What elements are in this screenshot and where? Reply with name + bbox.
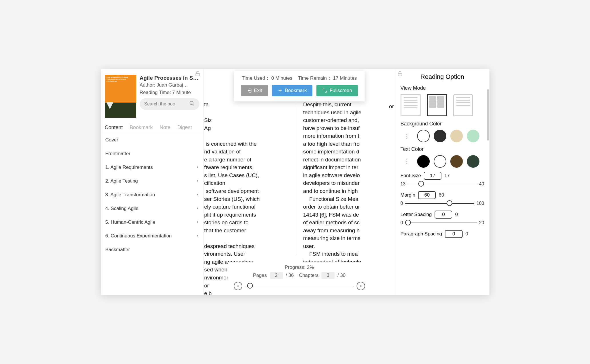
toc-item[interactable]: Frontmatter <box>101 147 203 161</box>
font-size-echo: 17 <box>444 173 450 179</box>
toc-item[interactable]: Cover <box>101 133 203 147</box>
reader-area: ta Siz Ag is concerned with the nd valid… <box>204 69 395 295</box>
sidebar-tabs: Content Bookmark Note Digest <box>101 121 203 133</box>
view-mode-single[interactable] <box>401 94 421 116</box>
font-size-label: Font Size <box>401 173 421 179</box>
options-title: Reading Option <box>401 73 484 81</box>
toc-item[interactable]: 3. Agile Transformation <box>101 188 203 202</box>
view-mode-double[interactable] <box>427 94 447 116</box>
more-text-colors[interactable]: ⋮ <box>401 155 413 168</box>
progress-slider[interactable] <box>245 286 354 286</box>
svg-line-2 <box>193 104 194 106</box>
bookmark-button[interactable]: Bookmark <box>272 85 313 96</box>
para-spacing-input[interactable] <box>445 230 463 238</box>
toc-item[interactable]: 5. Human-Centric Agile <box>101 215 203 229</box>
tab-bookmark[interactable]: Bookmark <box>130 125 153 131</box>
scrollbar[interactable] <box>487 89 489 141</box>
book-title: Agile Processes in S… <box>140 75 199 81</box>
pages-label: Pages <box>253 273 267 278</box>
bg-swatch[interactable] <box>434 130 446 142</box>
text-swatch[interactable] <box>434 155 446 168</box>
sidebar: Agile Processes in Software Engineering … <box>101 69 204 295</box>
book-info: Agile Processes in Software Engineering … <box>101 72 203 121</box>
chevron-left-icon <box>236 284 240 288</box>
exit-icon <box>247 88 252 93</box>
text-color-label: Text Color <box>401 146 484 152</box>
search-box[interactable] <box>140 98 199 110</box>
para-spacing-label: Paragraph Spacing <box>401 231 442 237</box>
time-remain-label: Time Remain： <box>298 75 331 81</box>
time-used-label: Time Used： <box>242 75 270 81</box>
letter-spacing-echo: 0 <box>455 212 458 217</box>
app-window: Agile Processes in Software Engineering … <box>101 69 489 295</box>
svg-rect-0 <box>196 73 199 76</box>
letter-spacing-slider[interactable] <box>405 223 477 223</box>
fullscreen-icon <box>322 88 327 93</box>
margin-slider[interactable] <box>405 203 474 204</box>
chevron-right-icon <box>196 234 199 239</box>
view-mode-label: View Mode <box>401 85 484 91</box>
chapter-current[interactable]: 3 <box>321 272 335 279</box>
progress-panel: Progress: 2% Pages 2 / 36 Chapters 3 / 3… <box>228 262 371 294</box>
progress-label: Progress: 2% <box>234 265 365 270</box>
margin-input[interactable] <box>418 191 436 199</box>
more-bg-colors[interactable]: ⋮ <box>401 130 413 142</box>
chapter-total: / 30 <box>337 273 345 278</box>
bg-swatch[interactable] <box>417 130 430 142</box>
margin-label: Margin <box>401 192 415 198</box>
exit-button[interactable]: Exit <box>241 85 268 96</box>
plus-icon <box>277 88 283 93</box>
para-spacing-echo: 0 <box>465 231 468 237</box>
toc-item[interactable]: 6. Continuous Experimentation <box>101 229 203 243</box>
book-cover[interactable]: Agile Processes in Software Engineering … <box>105 75 136 118</box>
page-current[interactable]: 2 <box>270 272 283 279</box>
time-remain-value: 17 Minutes <box>333 75 357 81</box>
tab-content[interactable]: Content <box>105 125 123 131</box>
reading-time: Reading Time: 7 Minute <box>140 90 199 95</box>
fullscreen-button[interactable]: Fullscreen <box>317 85 358 96</box>
unlock-icon[interactable] <box>195 71 201 78</box>
view-mode-scroll[interactable] <box>453 94 473 116</box>
font-size-input[interactable] <box>424 172 441 180</box>
text-swatch[interactable] <box>450 155 463 168</box>
letter-spacing-label: Letter Spacing <box>401 212 432 217</box>
chevron-right-icon <box>196 206 199 211</box>
chevron-right-icon <box>359 284 363 288</box>
toc-item[interactable]: 4. Scaling Agile <box>101 202 203 215</box>
book-author: Author: Juan Garbaj… <box>140 82 199 88</box>
svg-rect-3 <box>398 73 402 76</box>
svg-point-1 <box>190 101 193 105</box>
bg-swatch[interactable] <box>467 130 479 142</box>
bg-color-label: Background Color <box>401 121 484 127</box>
chevron-right-icon <box>196 220 199 225</box>
search-icon <box>189 101 195 107</box>
letter-spacing-input[interactable] <box>435 211 452 219</box>
font-size-slider[interactable] <box>408 184 477 184</box>
text-swatch[interactable] <box>417 155 430 168</box>
unlock-icon[interactable] <box>397 71 403 78</box>
toc-list: CoverFrontmatter1. Agile Requirements2. … <box>101 133 203 292</box>
reader-topbar: Time Used： 0 Minutes Time Remain： 17 Min… <box>234 71 365 101</box>
next-page-button[interactable] <box>357 282 365 290</box>
margin-echo: 60 <box>439 192 444 198</box>
reading-options: Reading Option View Mode Background Colo… <box>395 69 489 295</box>
tab-digest[interactable]: Digest <box>177 125 192 131</box>
cutoff-text: or <box>389 103 394 110</box>
bg-swatches: ⋮ <box>401 130 484 142</box>
toc-item[interactable]: 2. Agile Testing <box>101 174 203 188</box>
search-input[interactable] <box>144 101 189 107</box>
bg-swatch[interactable] <box>450 130 463 142</box>
prev-page-button[interactable] <box>234 282 242 290</box>
toc-item[interactable]: Backmatter <box>101 243 203 257</box>
chapters-label: Chapters <box>299 273 319 278</box>
text-swatches: ⋮ <box>401 155 484 168</box>
chevron-right-icon <box>196 193 199 197</box>
tab-note[interactable]: Note <box>160 125 171 131</box>
chevron-right-icon <box>196 165 199 170</box>
page-total: / 36 <box>286 273 294 278</box>
toc-item[interactable]: 1. Agile Requirements <box>101 161 203 174</box>
chevron-right-icon <box>196 179 199 184</box>
time-used-value: 0 Minutes <box>271 75 293 81</box>
text-swatch[interactable] <box>467 155 479 168</box>
